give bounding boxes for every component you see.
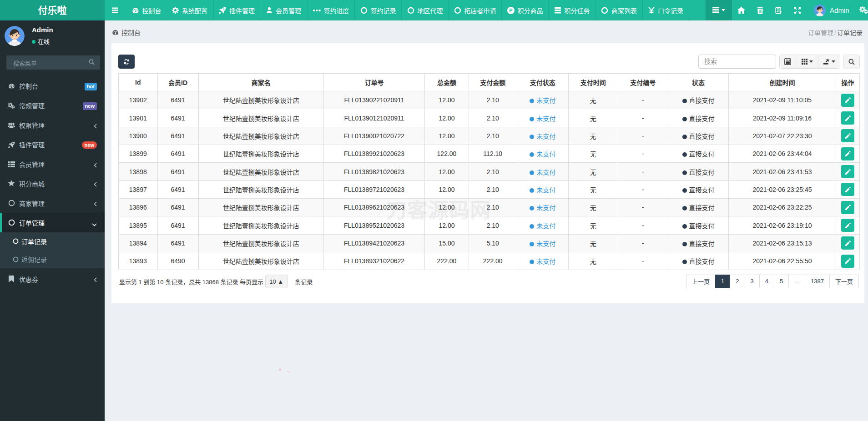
svg-text:P: P (509, 8, 512, 13)
